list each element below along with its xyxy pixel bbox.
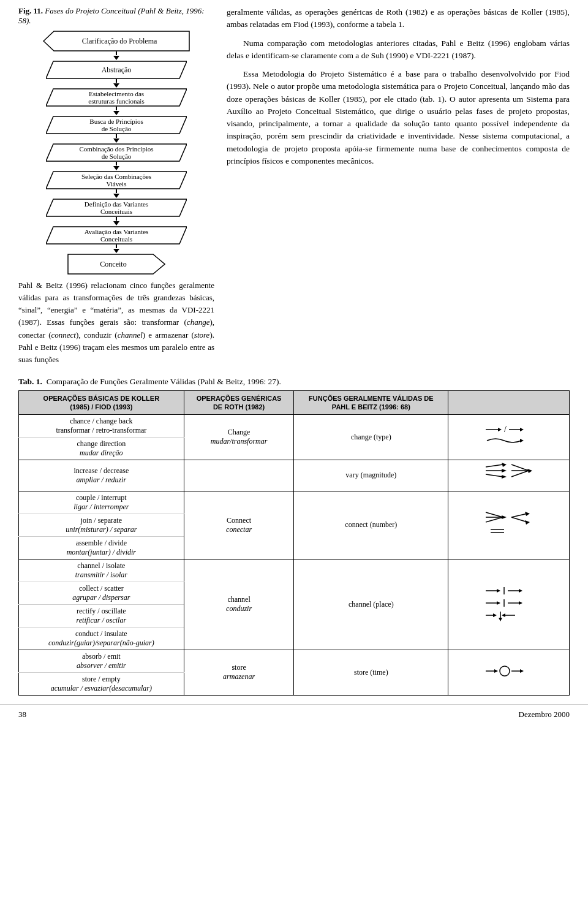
shape-estabelecimento: Estabelecimento das estruturas funcionai…	[46, 88, 187, 107]
date: Dezembro 2000	[519, 710, 570, 719]
svg-text:Busca de Princípios: Busca de Princípios	[89, 118, 143, 125]
svg-text:Viáveis: Viáveis	[107, 180, 127, 188]
svg-text:Definição das Variantes: Definição das Variantes	[85, 200, 148, 208]
cell-10-1: conduct / insulateconduzir(guiar)/separa…	[19, 627, 184, 650]
cell-11-4	[448, 650, 570, 695]
page: Fig. 11. Fases do Projeto Conceitual (Pa…	[0, 0, 588, 724]
svg-text:de Solução: de Solução	[102, 125, 132, 132]
table-row-1: chance / change backtransformar / retro-…	[19, 414, 570, 437]
cell-1-2: Changemudar/transformar	[184, 414, 294, 460]
table-header-row: Operações Básicas de Koller (1985) / Fio…	[19, 390, 570, 414]
svg-marker-35	[502, 475, 507, 479]
svg-marker-70	[520, 669, 524, 673]
cell-3-1: increase / decreaseampliar / reduzir	[19, 460, 184, 491]
svg-marker-54	[519, 589, 522, 593]
table-row-7: channel / isolatetransmitir / isolar cha…	[19, 559, 570, 582]
connector-2	[116, 79, 117, 83]
svg-marker-61	[493, 613, 497, 617]
connector-5	[116, 162, 117, 165]
cell-7-1: channel / isolatetransmitir / isolar	[19, 559, 184, 582]
flow-diagram: Clarificação do Problema Abstração Estab…	[18, 31, 214, 275]
symbol-change-type: /	[484, 425, 533, 447]
cell-3-2	[184, 460, 294, 491]
svg-text:Avaliação das Variantes: Avaliação das Variantes	[85, 228, 149, 235]
shape-combinacao: Combinação dos Princípios de Solução	[46, 143, 187, 162]
svg-line-46	[511, 517, 527, 522]
svg-marker-25	[498, 428, 502, 431]
symbol-channel	[484, 585, 533, 621]
left-col-text: Pahl & Beitz (1996) relacionam cinco fun…	[18, 279, 214, 366]
cell-11-1: absorb / emitabsorver / emitir	[19, 650, 184, 672]
cell-11-2: storearmazenar	[184, 650, 294, 695]
svg-marker-51	[497, 589, 500, 593]
svg-marker-31	[502, 463, 507, 467]
header-col2: Operações Genéricas de Roth (1982)	[184, 390, 294, 414]
cell-1-4: /	[448, 414, 570, 460]
fig-caption: Fig. 11. Fases do Projeto Conceitual (Pa…	[18, 6, 214, 26]
header-col3: Funções Geralmente Válidas de Pahl e Bei…	[294, 390, 448, 414]
connector-8	[116, 245, 117, 248]
svg-marker-45	[525, 512, 530, 516]
table-row-4: couple / interruptligar / interromper Co…	[19, 491, 570, 514]
connector-3	[116, 107, 117, 110]
svg-text:Conceituais: Conceituais	[100, 208, 132, 215]
right-para-2: Numa comparação com metodologias anterio…	[227, 37, 570, 63]
symbol-connect	[484, 509, 533, 539]
svg-line-34	[486, 474, 503, 477]
svg-marker-56	[497, 601, 500, 605]
cell-7-2: channelconduzir	[184, 559, 294, 650]
svg-line-36	[511, 465, 529, 471]
shape-avaliacao: Avaliação das Variantes Conceituais	[46, 226, 187, 245]
arrow-3	[113, 111, 119, 115]
cell-1-1: chance / change backtransformar / retro-…	[19, 414, 184, 437]
shape-clarificacao: Clarificação do Problema	[43, 31, 190, 51]
svg-text:de Solução: de Solução	[102, 153, 132, 160]
arrow-4	[113, 138, 119, 143]
cell-3-3: vary (magnitude)	[294, 460, 448, 491]
top-section: Fig. 11. Fases do Projeto Conceitual (Pa…	[0, 0, 588, 372]
arrow-6	[113, 194, 119, 198]
svg-point-68	[500, 666, 510, 676]
svg-marker-63	[499, 618, 502, 621]
header-col4	[448, 390, 570, 414]
arrow-5	[113, 166, 119, 170]
cell-12-1: store / emptyacumular / esvaziar(desacum…	[19, 672, 184, 695]
shape-busca: Busca de Princípios de Solução	[46, 116, 187, 134]
cell-6-1: assemble / dividemontar(juntar) / dividi…	[19, 536, 184, 559]
page-number: 38	[18, 710, 26, 719]
table-row-3: increase / decreaseampliar / reduzir var…	[19, 460, 570, 491]
svg-marker-43	[502, 515, 507, 519]
svg-text:Abstração: Abstração	[102, 66, 132, 74]
main-table: Operações Básicas de Koller (1985) / Fio…	[18, 390, 570, 696]
svg-text:Combinação dos Princípios: Combinação dos Princípios	[80, 145, 154, 153]
cell-7-4	[448, 559, 570, 650]
svg-text:estruturas funcionais: estruturas funcionais	[88, 97, 144, 105]
cell-2-1: change directionmudar direção	[19, 437, 184, 460]
svg-marker-47	[525, 520, 530, 525]
svg-line-30	[486, 465, 503, 467]
svg-marker-67	[494, 669, 498, 673]
svg-line-40	[486, 512, 503, 517]
cell-8-1: collect / scatteragrupar / dispersar	[19, 582, 184, 604]
right-column: geralmente válidas, as operações genéric…	[227, 6, 570, 366]
symbol-store	[484, 662, 533, 680]
svg-line-42	[486, 517, 503, 522]
table-caption: Tab. 1. Comparação de Funções Geralmente…	[18, 377, 570, 387]
cell-7-3: channel (place)	[294, 559, 448, 650]
connector-7	[116, 217, 117, 221]
cell-5-1: join / separateunir(misturar) / separar	[19, 514, 184, 536]
svg-line-44	[511, 514, 527, 517]
svg-text:/: /	[504, 425, 507, 434]
svg-text:Clarificação do Problema: Clarificação do Problema	[82, 37, 157, 45]
cell-4-1: couple / interruptligar / interromper	[19, 491, 184, 514]
header-col1: Operações Básicas de Koller (1985) / Fio…	[19, 390, 184, 414]
table-row-11: absorb / emitabsorver / emitir storearma…	[19, 650, 570, 672]
table-section: Tab. 1. Comparação de Funções Geralmente…	[0, 372, 588, 702]
svg-text:Estabelecimento das: Estabelecimento das	[89, 90, 144, 97]
arrow-8	[113, 249, 119, 253]
connector-4	[116, 134, 117, 138]
cell-9-1: rectify / oscillateretificar / oscilar	[19, 604, 184, 627]
svg-text:Seleção das Combinações: Seleção das Combinações	[81, 173, 151, 180]
shape-abstracao: Abstração	[46, 61, 187, 79]
right-para-3: Essa Metodologia do Projeto Sistemático …	[227, 68, 570, 167]
